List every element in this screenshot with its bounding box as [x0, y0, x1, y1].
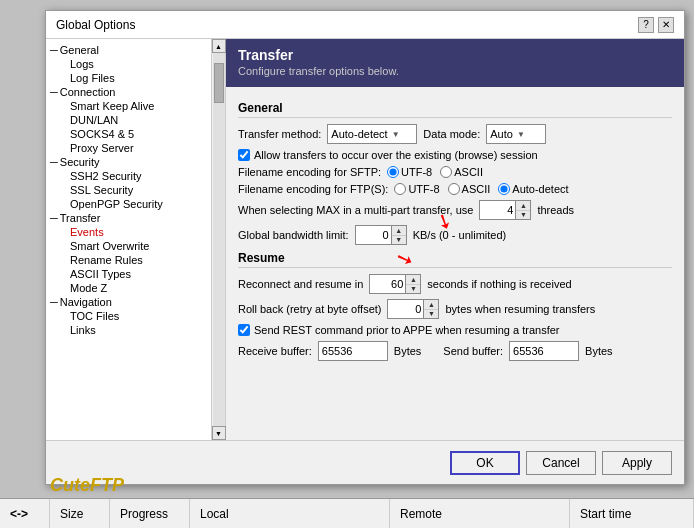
sftp-ascii-radio[interactable] — [440, 166, 452, 178]
transfer-method-dropdown[interactable]: Auto-detect — [327, 124, 417, 144]
dialog-footer: OK Cancel Apply — [46, 440, 684, 484]
tree-item-mode-z[interactable]: Mode Z — [46, 281, 211, 295]
ftp-autodetect-radio[interactable] — [498, 183, 510, 195]
dialog-title: Global Options — [56, 18, 135, 32]
multipart-input[interactable] — [480, 201, 515, 219]
tree-item-proxy-server[interactable]: Proxy Server — [46, 141, 211, 155]
bandwidth-input[interactable] — [356, 226, 391, 244]
minus-icon: ─ — [50, 44, 58, 56]
reconnect-up-btn[interactable]: ▲ — [406, 275, 420, 285]
send-buffer-label: Send buffer: — [443, 345, 503, 357]
receive-buffer-suffix: Bytes — [394, 345, 422, 357]
ftp-utf8-radio[interactable] — [394, 183, 406, 195]
reconnect-down-btn[interactable]: ▼ — [406, 285, 420, 294]
tree-item-smart-overwrite[interactable]: Smart Overwrite — [46, 239, 211, 253]
data-mode-dropdown[interactable]: Auto — [486, 124, 546, 144]
tree-item-smart-keep-alive[interactable]: Smart Keep Alive — [46, 99, 211, 113]
ftp-ascii-radio[interactable] — [448, 183, 460, 195]
tree-item-ascii-types[interactable]: ASCII Types — [46, 267, 211, 281]
scroll-down-btn[interactable]: ▼ — [212, 426, 226, 440]
receive-buffer-input[interactable] — [318, 341, 388, 361]
tree-item-dun-lan[interactable]: DUN/LAN — [46, 113, 211, 127]
tree-item-openpgp[interactable]: OpenPGP Security — [46, 197, 211, 211]
content-body: General Transfer method: Auto-detect Dat… — [226, 87, 684, 374]
ftp-autodetect-option: Auto-detect — [498, 183, 568, 195]
reconnect-label: Reconnect and resume in — [238, 278, 363, 290]
bandwidth-label: Global bandwidth limit: — [238, 229, 349, 241]
tree-item-ssl[interactable]: SSL Security — [46, 183, 211, 197]
tree-panel-wrapper: ─ General Logs Log Files ─ Connection Sm… — [46, 39, 226, 440]
size-item: Size — [50, 499, 110, 528]
scroll-track — [213, 53, 225, 426]
close-button[interactable]: ✕ — [658, 17, 674, 33]
transfer-method-label: Transfer method: — [238, 128, 321, 140]
rest-row: Send REST command prior to APPE when res… — [238, 324, 672, 336]
tree-item-transfer[interactable]: ─ Transfer — [46, 211, 211, 225]
receive-buffer-label: Receive buffer: — [238, 345, 312, 357]
bandwidth-spinner[interactable]: ▲ ▼ — [355, 225, 407, 245]
multipart-row: When selecting MAX in a multi-part trans… — [238, 200, 672, 220]
start-time-item: Start time — [570, 499, 694, 528]
dialog-titlebar: Global Options ? ✕ — [46, 11, 684, 39]
rollback-input[interactable] — [388, 300, 423, 318]
tree-item-rename-rules[interactable]: Rename Rules — [46, 253, 211, 267]
tree-item-events[interactable]: Events — [46, 225, 211, 239]
cancel-button[interactable]: Cancel — [526, 451, 596, 475]
global-options-dialog: Global Options ? ✕ ─ General Logs Log Fi… — [45, 10, 685, 485]
multipart-up-btn[interactable]: ▲ — [516, 201, 530, 211]
ftp-ascii-option: ASCII — [448, 183, 491, 195]
minus-icon-4: ─ — [50, 212, 58, 224]
tree-item-socks45[interactable]: SOCKS4 & 5 — [46, 127, 211, 141]
sftp-radio-group: UTF-8 ASCII — [387, 166, 483, 178]
tree-item-navigation[interactable]: ─ Navigation — [46, 295, 211, 309]
rollback-up-btn[interactable]: ▲ — [424, 300, 438, 310]
rollback-down-btn[interactable]: ▼ — [424, 310, 438, 319]
apply-button[interactable]: Apply — [602, 451, 672, 475]
tree-item-ssh2[interactable]: SSH2 Security — [46, 169, 211, 183]
reconnect-input[interactable] — [370, 275, 405, 293]
reconnect-suffix: seconds if nothing is received — [427, 278, 571, 290]
ok-button[interactable]: OK — [450, 451, 520, 475]
tree-item-links[interactable]: Links — [46, 323, 211, 337]
allow-transfers-checkbox[interactable] — [238, 149, 250, 161]
dialog-controls: ? ✕ — [638, 17, 674, 33]
rest-checkbox[interactable] — [238, 324, 250, 336]
rollback-suffix: bytes when resuming transfers — [445, 303, 595, 315]
sftp-utf8-option: UTF-8 — [387, 166, 432, 178]
sftp-utf8-radio[interactable] — [387, 166, 399, 178]
tree-item-connection[interactable]: ─ Connection — [46, 85, 211, 99]
filename-sftp-label: Filename encoding for SFTP: — [238, 166, 381, 178]
tree-item-log-files[interactable]: Log Files — [46, 71, 211, 85]
allow-transfers-label: Allow transfers to occur over the existi… — [254, 149, 538, 161]
transfer-method-row: Transfer method: Auto-detect Data mode: … — [238, 124, 672, 144]
multipart-spinner[interactable]: ▲ ▼ — [479, 200, 531, 220]
bandwidth-suffix: KB/s (0 - unlimited) — [413, 229, 507, 241]
reconnect-spinner[interactable]: ▲ ▼ — [369, 274, 421, 294]
multipart-down-btn[interactable]: ▼ — [516, 211, 530, 220]
resume-section-title: Resume — [238, 251, 672, 268]
cuteftp-brand-label: CuteFTP — [50, 475, 124, 496]
multipart-arrows: ▲ ▼ — [515, 201, 530, 219]
general-section-title: General — [238, 101, 672, 118]
filename-ftp-row: Filename encoding for FTP(S): UTF-8 ASCI… — [238, 183, 672, 195]
scroll-thumb[interactable] — [214, 63, 224, 103]
send-buffer-input[interactable] — [509, 341, 579, 361]
rollback-row: Roll back (retry at byte offset) ▲ ▼ byt… — [238, 299, 672, 319]
tree-panel: ─ General Logs Log Files ─ Connection Sm… — [46, 39, 211, 440]
tree-item-toc-files[interactable]: TOC Files — [46, 309, 211, 323]
content-title: Transfer — [238, 47, 672, 63]
tree-scrollbar[interactable]: ▲ ▼ — [211, 39, 225, 440]
tree-item-logs[interactable]: Logs — [46, 57, 211, 71]
bandwidth-row: Global bandwidth limit: ▲ ▼ KB/s (0 - un… — [238, 225, 672, 245]
buffer-row: Receive buffer: Bytes Send buffer: Bytes — [238, 341, 672, 361]
content-subtitle: Configure transfer options below. — [238, 65, 672, 77]
help-button[interactable]: ? — [638, 17, 654, 33]
tree-item-general[interactable]: ─ General — [46, 43, 211, 57]
bandwidth-down-btn[interactable]: ▼ — [392, 236, 406, 245]
remote-item: Remote — [390, 499, 570, 528]
rollback-spinner[interactable]: ▲ ▼ — [387, 299, 439, 319]
tree-item-security[interactable]: ─ Security — [46, 155, 211, 169]
bandwidth-up-btn[interactable]: ▲ — [392, 226, 406, 236]
scroll-up-btn[interactable]: ▲ — [212, 39, 226, 53]
minus-icon-2: ─ — [50, 86, 58, 98]
